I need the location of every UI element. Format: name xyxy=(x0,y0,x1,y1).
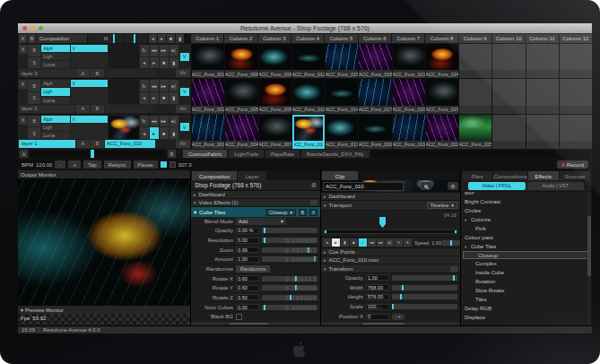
effect-item-inside-cube[interactable]: Inside Cube xyxy=(461,268,591,277)
layer-video-toggle[interactable]: V xyxy=(180,88,189,96)
tab-layer[interactable]: Layer xyxy=(238,171,265,180)
pause-icon[interactable]: ▮ xyxy=(170,127,178,139)
rewind-icon[interactable]: ◂◂ xyxy=(150,45,159,56)
param-slider[interactable] xyxy=(262,228,317,233)
clip-cell[interactable]: ACC_Fonc_014 xyxy=(326,79,358,113)
effect-item-colour-pass[interactable]: Colour pass xyxy=(461,233,591,242)
dropdown-arrow-icon[interactable]: ▾ xyxy=(404,238,412,247)
randomize-button[interactable]: Randomize xyxy=(236,265,270,273)
clip-cell[interactable]: ACC_Fonc_019 xyxy=(393,115,425,149)
clip-cell[interactable]: ACC_Fonc_022 xyxy=(426,115,458,149)
composition-speed-fader[interactable] xyxy=(125,34,148,43)
to-end-icon[interactable]: ▸| xyxy=(170,80,178,91)
ffwd-icon[interactable]: ▸▸ xyxy=(377,238,385,247)
column-header-4[interactable]: Column 4 xyxy=(291,34,324,43)
crossfade-b-button[interactable]: B xyxy=(91,105,104,113)
crossfade-a-button[interactable]: A xyxy=(76,140,90,148)
play-icon[interactable]: ▸ xyxy=(332,238,340,247)
pause-icon[interactable]: ▮ xyxy=(170,57,178,69)
layer-eject-button[interactable]: X xyxy=(19,45,27,54)
clip-cell[interactable] xyxy=(492,79,525,113)
effect-remove-button[interactable]: X xyxy=(309,209,317,216)
effect-item-slow-rotate[interactable]: Slow Rotate xyxy=(461,286,591,295)
layer-eject-button[interactable]: X xyxy=(19,116,27,125)
param-value[interactable]: 0.00 xyxy=(236,304,259,310)
clip-cell[interactable] xyxy=(459,79,491,113)
subtab-audio[interactable]: Audio | VST xyxy=(527,182,585,190)
rew-icon[interactable]: ◂◂ xyxy=(368,238,376,247)
resync-button[interactable]: Resync xyxy=(104,160,131,169)
effect-item-circles[interactable]: Circles xyxy=(461,206,591,215)
clip-cell[interactable] xyxy=(560,44,592,78)
search-button[interactable] xyxy=(421,182,431,190)
layer-solo-button[interactable]: S xyxy=(28,57,40,69)
scrollbar-thumb[interactable] xyxy=(363,323,405,325)
crossfader-b-button[interactable]: B xyxy=(168,150,176,158)
align-button[interactable]: Aln xyxy=(176,140,190,148)
clip-cell[interactable]: ACC_Fonc_015 xyxy=(326,44,358,78)
clip-cell[interactable]: ACC_Fonc_009 xyxy=(259,44,291,78)
clip-file-section[interactable]: ▸ACC_Fonc_010.mov xyxy=(321,256,460,264)
pause-icon[interactable]: ▮ xyxy=(170,92,178,104)
param-value[interactable]: 100.... xyxy=(366,304,389,310)
slider-handle[interactable] xyxy=(453,275,455,281)
clip-cell[interactable]: ACC_Fonc_008 xyxy=(259,79,291,113)
loop-icon[interactable]: ↻ xyxy=(140,116,149,127)
stop-icon[interactable]: ■ xyxy=(350,238,358,247)
param-slider[interactable]: 0.323413 xyxy=(262,276,317,282)
fast-forward-icon[interactable]: ▸▸ xyxy=(160,80,169,91)
column-header-8[interactable]: Column 8 xyxy=(425,34,457,43)
record-button[interactable]: Record xyxy=(557,160,588,169)
clip-cell[interactable] xyxy=(526,79,559,113)
effect-item-colorize[interactable]: ▾Colorize xyxy=(461,215,591,224)
pause-button[interactable]: Pause xyxy=(134,160,158,169)
prev-icon[interactable]: ◂ xyxy=(140,57,149,69)
gear-icon[interactable]: ⚙ xyxy=(311,182,317,189)
fast-forward-icon[interactable]: ▸▸ xyxy=(160,116,169,127)
layer-video-toggle[interactable]: V xyxy=(180,53,189,61)
param-value[interactable]: 0 xyxy=(366,314,389,320)
slider-handle[interactable] xyxy=(450,240,452,246)
clip-cell[interactable]: ACC_Fonc_021 xyxy=(393,44,425,78)
effects-mini-button[interactable] xyxy=(310,200,317,205)
param-slider[interactable]: 1.000000 xyxy=(262,256,317,262)
effect-bypass-button[interactable]: B xyxy=(299,209,307,216)
column-header-6[interactable]: Column 6 xyxy=(359,34,391,43)
transform-mini-button[interactable] xyxy=(450,266,457,272)
effect-item-rotation[interactable]: Rotation xyxy=(461,277,591,286)
param-value[interactable]: 0.00 xyxy=(236,238,259,244)
param-value[interactable]: 0.50 xyxy=(236,294,259,300)
param-value[interactable]: 576.00 xyxy=(366,294,389,300)
clip-cell[interactable]: ACC_Fonc_006 xyxy=(225,44,257,78)
param-value[interactable]: 0.00 % xyxy=(236,228,259,234)
clip-gear-button[interactable]: ⚙ xyxy=(448,182,458,190)
tab-effects[interactable]: Effects xyxy=(528,171,559,180)
crossfader-a-button[interactable]: A xyxy=(20,150,28,158)
prev-icon[interactable]: ◂ xyxy=(140,92,149,104)
slider-handle[interactable] xyxy=(264,238,265,243)
param-slider[interactable] xyxy=(392,285,457,290)
timeline-position-pin[interactable] xyxy=(379,217,386,228)
deck-tab[interactable]: LightTrails xyxy=(229,150,264,158)
to-end-icon[interactable]: ▸| xyxy=(386,238,394,247)
layer-name[interactable]: layer 2 xyxy=(19,105,75,113)
effect-item-cube-tiles[interactable]: ▾Cube Tiles xyxy=(461,242,591,251)
stop-icon[interactable]: ■ xyxy=(160,127,169,139)
play-icon[interactable]: ▸ xyxy=(150,127,159,139)
clip-cell[interactable]: ACC_Fonc_002 xyxy=(192,79,224,113)
clip-cell[interactable] xyxy=(560,115,592,149)
effect-item-displace[interactable]: Displace xyxy=(461,313,591,322)
vertical-scrollbar[interactable] xyxy=(587,192,591,325)
scrollbar-thumb[interactable] xyxy=(587,216,591,276)
column-header-3[interactable]: Column 3 xyxy=(258,34,291,43)
clip-cell[interactable]: ACC_Fonc_001 xyxy=(192,115,224,149)
effect-item-bright-contrast[interactable]: Bright Contrast xyxy=(461,197,591,206)
speed-value[interactable]: 1.00 xyxy=(431,240,441,246)
clip-cell[interactable]: ACC_Fonc_025 xyxy=(459,115,491,149)
slider-handle[interactable] xyxy=(392,304,394,309)
blend-mode-dropdown[interactable]: Add▾ xyxy=(236,218,286,225)
param-stepper[interactable]: - + xyxy=(392,314,404,320)
clip-cell[interactable]: ACC_Fonc_011 xyxy=(292,79,325,113)
slider-handle[interactable] xyxy=(400,294,402,299)
loop-icon[interactable]: ↻ xyxy=(140,45,149,56)
